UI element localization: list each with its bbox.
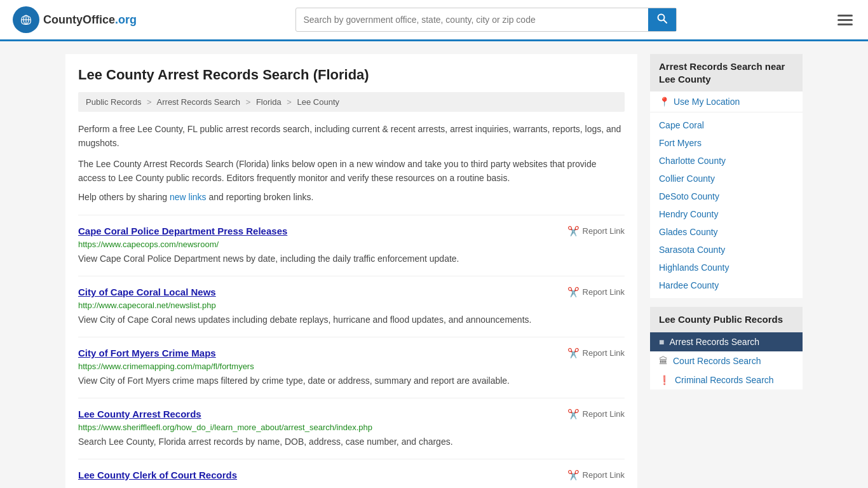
sidebar-nearby-item: Hardee County <box>650 276 803 294</box>
results-list: Cape Coral Police Department Press Relea… <box>78 215 625 488</box>
sidebar-nearby-link[interactable]: Hardee County <box>659 280 719 290</box>
result-url[interactable]: http://www.capecoral.net/newslist.php <box>78 301 625 310</box>
record-type-icon: ■ <box>659 337 664 347</box>
sidebar-nearby-link[interactable]: Highlands County <box>659 262 729 273</box>
intro-text-2: The Lee County Arrest Records Search (Fl… <box>78 157 625 186</box>
result-title[interactable]: City of Cape Coral Local News <box>78 287 216 297</box>
sidebar-nearby-link[interactable]: Cape Coral <box>659 120 704 130</box>
sidebar-nearby-link[interactable]: Collier County <box>659 173 715 184</box>
use-location-button[interactable]: 📍 Use My Location <box>650 92 803 112</box>
content-area: Lee County Arrest Records Search (Florid… <box>65 54 637 488</box>
hamburger-line <box>837 24 853 25</box>
share-text: Help others by sharing new links and rep… <box>78 192 625 202</box>
report-link-button[interactable]: ✂️ Report Link <box>567 470 625 481</box>
result-url[interactable]: https://www.sheriffleefl.org/how_do_i/le… <box>78 423 625 432</box>
pin-icon: 📍 <box>659 97 670 107</box>
sidebar-nearby-item: Fort Myers <box>650 134 803 152</box>
report-link-label: Report Link <box>583 226 625 236</box>
breadcrumb-arrest-records-search[interactable]: Arrest Records Search <box>157 97 241 107</box>
svg-line-5 <box>663 20 667 24</box>
sidebar-public-records-item[interactable]: ❗Criminal Records Search <box>650 370 803 390</box>
sidebar-public-records-item[interactable]: ■Arrest Records Search <box>650 332 803 351</box>
search-input[interactable] <box>296 10 648 30</box>
sidebar-nearby-link[interactable]: DeSoto County <box>659 191 719 201</box>
logo-icon <box>13 6 39 33</box>
result-desc: View Cape Coral Police Department news b… <box>78 252 625 266</box>
result-title[interactable]: Lee County Arrest Records <box>78 409 201 419</box>
result-item: Lee County Clerk of Court Records ✂️ Rep… <box>78 459 625 488</box>
hamburger-line <box>837 19 853 21</box>
header: CountyOffice.org <box>0 0 868 41</box>
result-item: City of Fort Myers Crime Maps ✂️ Report … <box>78 337 625 398</box>
search-button[interactable] <box>648 8 676 31</box>
report-icon: ✂️ <box>567 409 580 420</box>
result-item: Lee County Arrest Records ✂️ Report Link… <box>78 398 625 459</box>
logo-area: CountyOffice.org <box>13 6 137 33</box>
breadcrumb: Public Records > Arrest Records Search >… <box>78 92 625 112</box>
main-wrapper: Lee County Arrest Records Search (Florid… <box>53 41 815 488</box>
sidebar-nearby-link[interactable]: Glades County <box>659 227 718 237</box>
sidebar-nearby-item: DeSoto County <box>650 187 803 205</box>
sidebar-public-records-item[interactable]: 🏛Court Records Search <box>650 351 803 370</box>
sidebar: Arrest Records Search near Lee County 📍 … <box>650 54 803 488</box>
result-desc: View City of Fort Myers crime maps filte… <box>78 374 625 388</box>
search-area <box>295 8 677 32</box>
sidebar-public-records-section: Lee County Public Records ■Arrest Record… <box>650 307 803 390</box>
sidebar-nearby-item: Hendry County <box>650 205 803 223</box>
result-desc: View City of Cape Coral news updates inc… <box>78 313 625 327</box>
sidebar-nearby-link[interactable]: Sarasota County <box>659 245 725 255</box>
public-records-link[interactable]: Arrest Records Search <box>669 337 759 347</box>
new-links-link[interactable]: new links <box>170 192 207 202</box>
record-type-icon: 🏛 <box>659 356 668 366</box>
result-url[interactable]: https://www.crimemapping.com/map/fl/fort… <box>78 362 625 371</box>
report-link-button[interactable]: ✂️ Report Link <box>567 348 625 359</box>
public-records-link[interactable]: Criminal Records Search <box>675 375 774 385</box>
report-icon: ✂️ <box>567 287 580 298</box>
sidebar-nearby-link[interactable]: Hendry County <box>659 209 718 219</box>
report-link-button[interactable]: ✂️ Report Link <box>567 226 625 237</box>
report-link-label: Report Link <box>583 348 625 358</box>
result-header: Lee County Arrest Records ✂️ Report Link <box>78 409 625 420</box>
sidebar-nearby-item: Collier County <box>650 170 803 187</box>
use-location-label: Use My Location <box>674 97 740 107</box>
result-title[interactable]: Lee County Clerk of Court Records <box>78 470 237 480</box>
report-icon: ✂️ <box>567 348 580 359</box>
result-title[interactable]: City of Fort Myers Crime Maps <box>78 348 216 358</box>
breadcrumb-lee-county[interactable]: Lee County <box>297 97 340 107</box>
sidebar-nearby-item: Sarasota County <box>650 241 803 259</box>
sidebar-nearby-section: Arrest Records Search near Lee County 📍 … <box>650 54 803 298</box>
report-link-label: Report Link <box>583 409 625 419</box>
result-header: City of Fort Myers Crime Maps ✂️ Report … <box>78 348 625 359</box>
sidebar-nearby-heading: Arrest Records Search near Lee County <box>650 54 803 92</box>
page-title: Lee County Arrest Records Search (Florid… <box>78 67 625 83</box>
record-type-icon: ❗ <box>659 375 670 385</box>
result-header: Lee County Clerk of Court Records ✂️ Rep… <box>78 470 625 481</box>
result-title[interactable]: Cape Coral Police Department Press Relea… <box>78 226 287 236</box>
result-item: Cape Coral Police Department Press Relea… <box>78 215 625 276</box>
sidebar-nearby-item: Glades County <box>650 223 803 241</box>
hamburger-line <box>837 15 853 17</box>
result-url[interactable]: https://www.capecops.com/newsroom/ <box>78 240 625 249</box>
sidebar-nearby-list: Cape CoralFort MyersCharlotte CountyColl… <box>650 112 803 298</box>
logo-text: CountyOffice.org <box>43 13 137 27</box>
report-link-button[interactable]: ✂️ Report Link <box>567 409 625 420</box>
result-header: City of Cape Coral Local News ✂️ Report … <box>78 287 625 298</box>
breadcrumb-public-records[interactable]: Public Records <box>86 97 141 107</box>
hamburger-button[interactable] <box>835 12 855 28</box>
sidebar-nearby-link[interactable]: Charlotte County <box>659 156 726 166</box>
result-header: Cape Coral Police Department Press Relea… <box>78 226 625 237</box>
sidebar-nearby-item: Highlands County <box>650 259 803 276</box>
sidebar-nearby-item: Charlotte County <box>650 152 803 170</box>
report-icon: ✂️ <box>567 470 580 481</box>
report-link-label: Report Link <box>583 470 625 480</box>
result-desc: Search Lee County, Florida arrest record… <box>78 435 625 449</box>
public-records-link[interactable]: Court Records Search <box>673 356 761 366</box>
report-icon: ✂️ <box>567 226 580 237</box>
sidebar-public-records-heading: Lee County Public Records <box>650 307 803 332</box>
report-link-label: Report Link <box>583 287 625 297</box>
report-link-button[interactable]: ✂️ Report Link <box>567 287 625 298</box>
sidebar-public-records-list: ■Arrest Records Search🏛Court Records Sea… <box>650 332 803 390</box>
breadcrumb-florida[interactable]: Florida <box>256 97 281 107</box>
intro-text-1: Perform a free Lee County, FL public arr… <box>78 122 625 151</box>
sidebar-nearby-link[interactable]: Fort Myers <box>659 138 702 148</box>
